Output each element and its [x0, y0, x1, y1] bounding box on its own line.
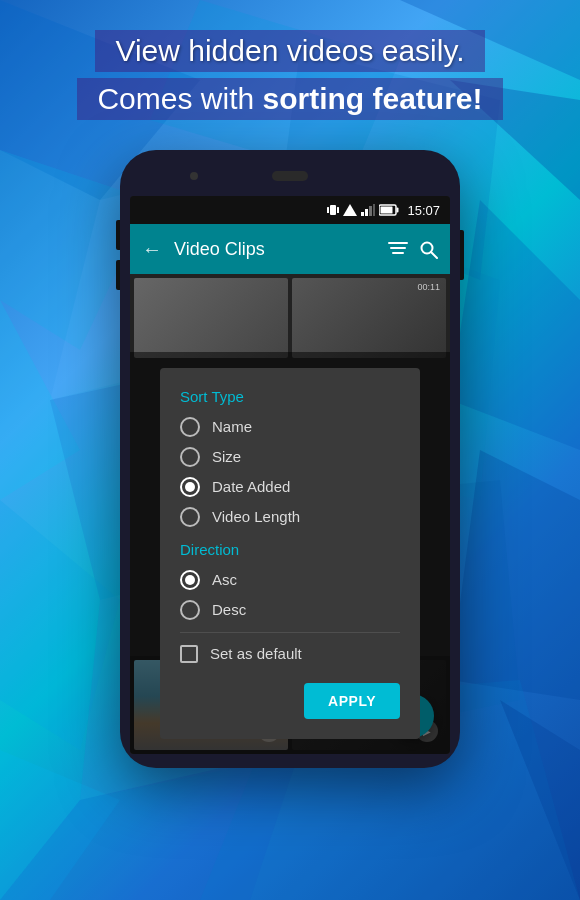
dialog-actions: APPLY [180, 683, 400, 719]
main-content: 00:11 Sort Type Name [130, 274, 450, 754]
radio-desc[interactable] [180, 600, 200, 620]
app-bar: ← Video Clips [130, 224, 450, 274]
direction-option-asc[interactable]: Asc [180, 570, 400, 590]
svg-rect-30 [388, 242, 408, 244]
radio-size[interactable] [180, 447, 200, 467]
set-default-label: Set as default [210, 645, 302, 662]
phone-side-button-right [460, 230, 464, 280]
duration-badge: 00:11 [417, 282, 440, 292]
dialog-divider [180, 632, 400, 633]
set-default-row[interactable]: Set as default [180, 645, 400, 663]
radio-name[interactable] [180, 417, 200, 437]
app-title: Video Clips [174, 239, 376, 260]
cell-signal-icon [361, 204, 375, 216]
phone-camera [190, 172, 198, 180]
header-line2-bold: sorting feature! [263, 82, 483, 115]
phone-speaker [272, 171, 308, 181]
direction-desc-label: Desc [212, 601, 246, 618]
video-grid-top: 00:11 [130, 274, 450, 362]
header-line1: View hidden videos easily. [95, 30, 484, 72]
radio-video-length[interactable] [180, 507, 200, 527]
phone-side-button-left-2 [116, 260, 120, 290]
phone-body: 15:07 ← Video Clips [120, 150, 460, 768]
sort-dialog: Sort Type Name Size Date Added [160, 368, 420, 739]
phone-screen: 15:07 ← Video Clips [130, 196, 450, 754]
sort-type-label: Sort Type [180, 388, 400, 405]
search-button[interactable] [420, 238, 438, 261]
sort-icon [388, 242, 408, 258]
svg-rect-31 [390, 247, 406, 249]
sort-option-name[interactable]: Name [180, 417, 400, 437]
direction-asc-label: Asc [212, 571, 237, 588]
phone-side-button-left-1 [116, 220, 120, 250]
vibrate-icon [327, 203, 339, 217]
radio-date-added[interactable] [180, 477, 200, 497]
phone-device: 15:07 ← Video Clips [120, 150, 460, 768]
header-line2: Comes with sorting feature! [77, 78, 502, 120]
svg-rect-24 [365, 209, 368, 216]
search-icon [420, 241, 438, 259]
sort-name-label: Name [212, 418, 252, 435]
phone-top [130, 164, 450, 188]
svg-rect-28 [397, 208, 399, 213]
status-icons: 15:07 [327, 203, 440, 218]
sort-size-label: Size [212, 448, 241, 465]
svg-line-34 [431, 252, 437, 258]
status-time: 15:07 [407, 203, 440, 218]
direction-label: Direction [180, 541, 400, 558]
svg-rect-20 [327, 207, 329, 213]
sort-option-video-length[interactable]: Video Length [180, 507, 400, 527]
svg-rect-19 [330, 205, 336, 215]
sort-button[interactable] [388, 238, 408, 261]
sort-option-size[interactable]: Size [180, 447, 400, 467]
status-bar: 15:07 [130, 196, 450, 224]
radio-asc[interactable] [180, 570, 200, 590]
svg-marker-22 [343, 204, 357, 216]
video-thumb-1 [134, 278, 288, 358]
dialog-overlay: Sort Type Name Size Date Added [130, 352, 450, 754]
svg-rect-26 [373, 204, 375, 216]
svg-rect-23 [361, 212, 364, 216]
sort-video-length-label: Video Length [212, 508, 300, 525]
video-thumb-2: 00:11 [292, 278, 446, 358]
apply-button[interactable]: APPLY [304, 683, 400, 719]
direction-option-desc[interactable]: Desc [180, 600, 400, 620]
set-default-checkbox[interactable] [180, 645, 198, 663]
svg-rect-29 [381, 207, 393, 214]
battery-icon [379, 204, 399, 216]
back-button[interactable]: ← [142, 238, 162, 261]
sort-option-date-added[interactable]: Date Added [180, 477, 400, 497]
signal-icon [343, 204, 357, 216]
header-section: View hidden videos easily. Comes with so… [0, 30, 580, 120]
sort-date-added-label: Date Added [212, 478, 290, 495]
svg-rect-21 [337, 207, 339, 213]
svg-rect-25 [369, 206, 372, 216]
header-line2-prefix: Comes with [97, 82, 262, 115]
svg-rect-32 [392, 252, 404, 254]
